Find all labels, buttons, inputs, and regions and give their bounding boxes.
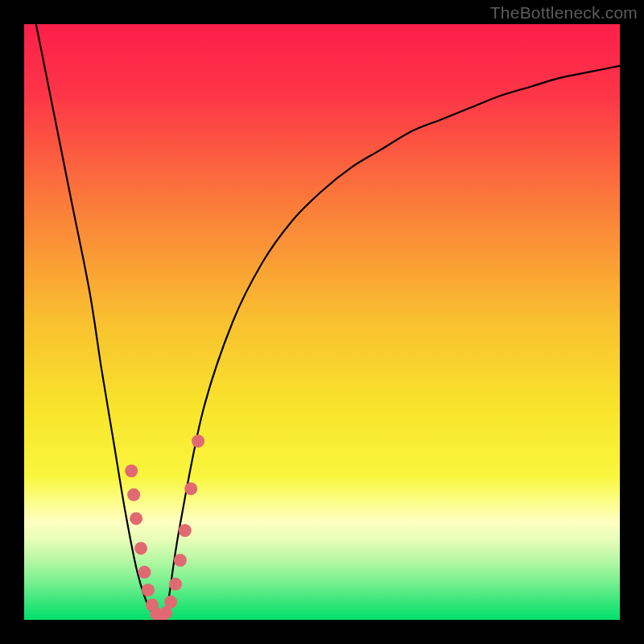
marker-dot	[169, 578, 182, 591]
marker-dot	[184, 482, 197, 495]
chart-frame: TheBottleneck.com	[0, 0, 644, 644]
marker-dot	[127, 489, 140, 502]
marker-dot	[174, 554, 187, 567]
bottleneck-curve	[36, 24, 620, 620]
marker-dot	[125, 464, 138, 477]
curve-layer	[24, 24, 620, 620]
marker-dot	[179, 524, 192, 537]
marker-dot	[138, 566, 151, 579]
marker-dot	[130, 512, 142, 525]
marker-dot	[142, 584, 155, 597]
attribution-text: TheBottleneck.com	[490, 3, 638, 23]
marker-dot	[134, 542, 147, 555]
marker-dot	[164, 596, 177, 609]
marker-dot	[192, 435, 204, 448]
plot-area	[24, 24, 620, 620]
